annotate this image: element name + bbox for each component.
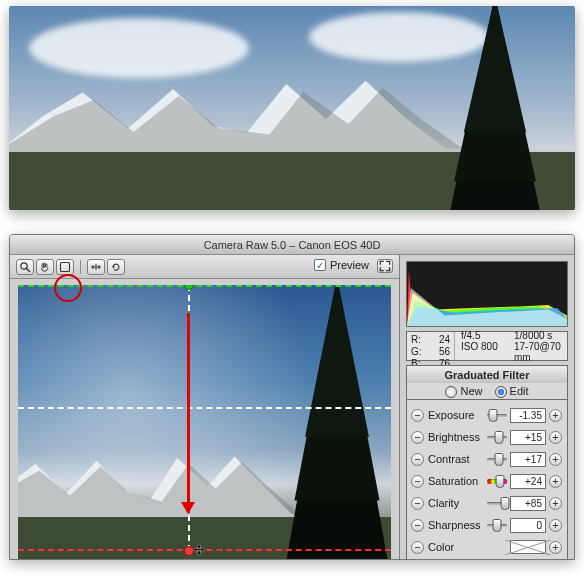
color-spacer [487, 541, 507, 553]
color-plus-button[interactable]: + [549, 541, 562, 554]
gradient-mid-line[interactable] [18, 407, 391, 409]
sharpness-slider[interactable] [487, 519, 507, 531]
clarity-slider-thumb[interactable] [501, 497, 510, 510]
exposure-minus-button[interactable]: − [411, 409, 424, 422]
camera-raw-window: Camera Raw 5.0 – Canon EOS 40D Preview [9, 234, 575, 560]
exposure-plus-button[interactable]: + [549, 409, 562, 422]
exposure-value-input[interactable]: -1.35 [510, 408, 546, 423]
preview-label: Preview [330, 259, 369, 271]
sharpness-value-input[interactable]: 0 [510, 518, 546, 533]
hand-tool-button[interactable] [36, 259, 54, 275]
toolbar: Preview [10, 255, 399, 279]
contrast-value-input[interactable]: +17 [510, 452, 546, 467]
clarity-plus-button[interactable]: + [549, 497, 562, 510]
mode-new-radio[interactable] [445, 386, 457, 398]
brightness-label: Brightness [428, 431, 484, 443]
straighten-tool-button[interactable] [87, 259, 105, 275]
exposure-slider[interactable] [487, 409, 507, 421]
slider-row-exposure: −Exposure-1.35+ [411, 404, 563, 426]
svg-line-4 [27, 268, 31, 272]
zoom-tool-button[interactable] [16, 259, 34, 275]
crosshair-cursor-icon: ✢ [194, 543, 204, 557]
svg-marker-2 [464, 6, 526, 133]
sharpness-slider-thumb[interactable] [493, 519, 502, 532]
exif-aperture: f/4.5 [461, 330, 508, 341]
saturation-value-input[interactable]: +24 [510, 474, 546, 489]
clarity-slider[interactable] [487, 497, 507, 509]
brightness-minus-button[interactable]: − [411, 431, 424, 444]
fullscreen-toggle-button[interactable] [377, 259, 393, 273]
adjustments-panel: R:24 G:56 B:76 f/4.5 1/8000 s ISO 800 17… [400, 255, 574, 560]
svg-rect-5 [61, 262, 70, 271]
mode-edit-label: Edit [510, 385, 529, 397]
slider-row-saturation: −Saturation+24+ [411, 470, 563, 492]
brightness-value-input[interactable]: +15 [510, 430, 546, 445]
drag-direction-arrow-icon [187, 313, 190, 513]
mode-edit-radio[interactable] [495, 386, 507, 398]
window-titlebar: Camera Raw 5.0 – Canon EOS 40D [10, 235, 574, 255]
filter-mode-row: New Edit [406, 383, 568, 399]
exposure-label: Exposure [428, 409, 484, 421]
saturation-label: Saturation [428, 475, 484, 487]
exif-iso: ISO 800 [461, 341, 508, 363]
histogram[interactable] [406, 261, 568, 327]
saturation-minus-button[interactable]: − [411, 475, 424, 488]
clarity-value-input[interactable]: +85 [510, 496, 546, 511]
image-canvas[interactable]: ✢ [10, 279, 399, 560]
slider-row-contrast: −Contrast+17+ [411, 448, 563, 470]
exif-lens: 17-70@70 mm [514, 341, 561, 363]
readout-r-value: 24 [439, 334, 450, 346]
graduated-filter-tool-button[interactable] [56, 259, 74, 275]
svg-marker-13 [305, 285, 369, 437]
clarity-label: Clarity [428, 497, 484, 509]
mode-new-label: New [461, 385, 483, 397]
preview-checkbox[interactable] [314, 259, 326, 271]
panel-title: Graduated Filter [406, 365, 568, 383]
gradient-end-handle[interactable] [184, 546, 194, 556]
color-swatch[interactable] [510, 540, 546, 554]
brightness-slider-thumb[interactable] [494, 431, 503, 444]
gradient-start-line[interactable] [18, 285, 391, 287]
brightness-slider[interactable] [487, 431, 507, 443]
exif-shutter: 1/8000 s [514, 330, 561, 341]
brightness-plus-button[interactable]: + [549, 431, 562, 444]
color-label: Color [428, 541, 484, 553]
saturation-plus-button[interactable]: + [549, 475, 562, 488]
svg-point-3 [21, 262, 27, 268]
contrast-slider[interactable] [487, 453, 507, 465]
sharpness-minus-button[interactable]: − [411, 519, 424, 532]
gradient-start-handle[interactable] [184, 285, 194, 290]
readout-g-value: 56 [439, 346, 450, 358]
gradient-end-line[interactable] [18, 549, 391, 551]
color-minus-button[interactable]: − [411, 541, 424, 554]
saturation-slider[interactable] [487, 475, 507, 487]
clarity-minus-button[interactable]: − [411, 497, 424, 510]
contrast-plus-button[interactable]: + [549, 453, 562, 466]
contrast-minus-button[interactable]: − [411, 453, 424, 466]
reference-photo [9, 6, 575, 210]
exposure-slider-thumb[interactable] [489, 409, 498, 422]
readout-g-label: G: [411, 346, 422, 358]
slider-row-clarity: −Clarity+85+ [411, 492, 563, 514]
slider-row-brightness: −Brightness+15+ [411, 426, 563, 448]
window-title: Camera Raw 5.0 – Canon EOS 40D [204, 239, 381, 251]
readout-r-label: R: [411, 334, 421, 346]
sharpness-label: Sharpness [428, 519, 484, 531]
readout-panel: R:24 G:56 B:76 f/4.5 1/8000 s ISO 800 17… [406, 331, 568, 361]
contrast-label: Contrast [428, 453, 484, 465]
contrast-slider-thumb[interactable] [494, 453, 503, 466]
rotate-tool-button[interactable] [107, 259, 125, 275]
saturation-slider-thumb[interactable] [495, 475, 504, 488]
sharpness-plus-button[interactable]: + [549, 519, 562, 532]
slider-row-sharpness: −Sharpness0+ [411, 514, 563, 536]
color-row: −Color+ [411, 536, 563, 558]
